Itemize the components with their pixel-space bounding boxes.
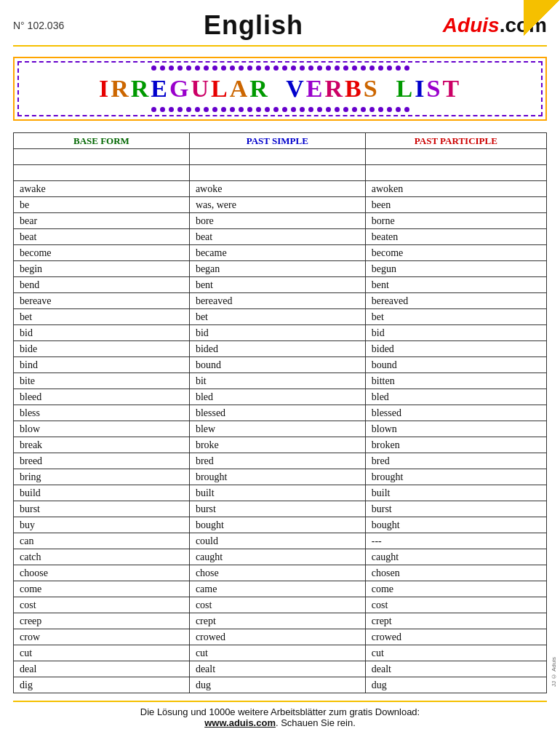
dot [169, 65, 174, 71]
dot [230, 107, 235, 112]
cell-base-form: awake [14, 181, 190, 197]
dot [247, 65, 252, 71]
dot [291, 65, 296, 71]
dot [335, 65, 340, 71]
dot [308, 65, 313, 71]
dot [221, 65, 226, 71]
dot [186, 65, 191, 71]
dot [300, 107, 305, 112]
dot [352, 65, 357, 71]
dot [378, 107, 383, 112]
table-row: bidbidbid [14, 325, 547, 341]
cell-past-simple: brought [189, 469, 365, 485]
table-header-row: BASE FORM PAST SIMPLE PAST PARTICIPLE [14, 133, 547, 149]
table-row: crowcrowedcrowed [14, 629, 547, 645]
table-row: beatbeatbeaten [14, 229, 547, 245]
cell-past-simple: bred [189, 453, 365, 469]
cell-base-form: bind [14, 357, 190, 373]
cell-base-form: catch [14, 549, 190, 565]
worksheet-number: N° 102.036 [13, 20, 64, 31]
cell-past-participle: --- [365, 533, 546, 549]
table-row: dealdealtdealt [14, 661, 547, 677]
cell-past-simple: bid [189, 325, 365, 341]
dot [282, 65, 287, 71]
dot [195, 107, 200, 112]
cell-past-simple: bereaved [189, 293, 365, 309]
cell-past-participle: become [365, 245, 546, 261]
cell-past-participle: bred [365, 453, 546, 469]
dot [195, 65, 200, 71]
verb-table: BASE FORM PAST SIMPLE PAST PARTICIPLE aw… [13, 132, 547, 693]
dot [369, 65, 375, 71]
dot [404, 65, 409, 71]
cell-past-simple: began [189, 261, 365, 277]
dot [239, 107, 244, 112]
table-empty-row-1 [14, 149, 547, 165]
cell-past-participle: bet [365, 309, 546, 325]
cell-past-participle: blown [365, 421, 546, 437]
table-row: bewas, werebeen [14, 197, 547, 213]
dot [169, 107, 174, 112]
dots-top [22, 64, 538, 72]
cell-base-form: begin [14, 261, 190, 277]
cell-past-participle: bought [365, 517, 546, 533]
dot [265, 65, 270, 71]
table-row: burstburstburst [14, 501, 547, 517]
dot [396, 65, 401, 71]
footer-link[interactable]: www.aduis.com [204, 717, 276, 728]
dot [300, 65, 305, 71]
footer: Die Lösung und 1000e weitere Arbeitsblät… [13, 701, 547, 728]
cell-base-form: breed [14, 453, 190, 469]
cell-past-participle: bided [365, 341, 546, 357]
cell-past-simple: crowed [189, 629, 365, 645]
cell-past-participle: bled [365, 389, 546, 405]
cell-past-participle: broken [365, 437, 546, 453]
cell-past-participle: come [365, 581, 546, 597]
cell-base-form: can [14, 533, 190, 549]
dot [291, 107, 296, 112]
dot [177, 107, 183, 112]
cell-past-participle: built [365, 485, 546, 501]
cell-base-form: bear [14, 213, 190, 229]
dot [343, 107, 348, 112]
cell-base-form: bid [14, 325, 190, 341]
dot [317, 65, 322, 71]
dot [396, 107, 401, 112]
table-row: cancould--- [14, 533, 547, 549]
dot [404, 107, 409, 112]
dot [256, 107, 261, 112]
cell-past-participle: bound [365, 357, 546, 373]
table-row: bleedbledbled [14, 389, 547, 405]
dot [239, 65, 244, 71]
cell-past-simple: dug [189, 677, 365, 693]
cell-base-form: bite [14, 373, 190, 389]
cell-past-simple: bound [189, 357, 365, 373]
table-row: creepcreptcrept [14, 613, 547, 629]
cell-past-simple: blessed [189, 405, 365, 421]
table-row: choosechosechosen [14, 565, 547, 581]
dot [335, 107, 340, 112]
dot [151, 107, 156, 112]
table-row: blowblewblown [14, 421, 547, 437]
cell-past-simple: could [189, 533, 365, 549]
table-row: buildbuiltbuilt [14, 485, 547, 501]
cell-past-participle: chosen [365, 565, 546, 581]
dot [212, 107, 217, 112]
dot [221, 107, 226, 112]
cell-base-form: crow [14, 629, 190, 645]
cell-past-participle: dealt [365, 661, 546, 677]
cell-base-form: burst [14, 501, 190, 517]
cell-past-participle: bid [365, 325, 546, 341]
dot [317, 107, 322, 112]
cell-base-form: bless [14, 405, 190, 421]
table-row: beginbeganbegun [14, 261, 547, 277]
cell-past-simple: chose [189, 565, 365, 581]
cell-base-form: bide [14, 341, 190, 357]
cell-past-participle: dug [365, 677, 546, 693]
table-row: costcostcost [14, 597, 547, 613]
cell-past-participle: cost [365, 597, 546, 613]
cell-base-form: choose [14, 565, 190, 581]
table-row: cutcutcut [14, 645, 547, 661]
table-empty-row-2 [14, 165, 547, 181]
dot [204, 65, 209, 71]
